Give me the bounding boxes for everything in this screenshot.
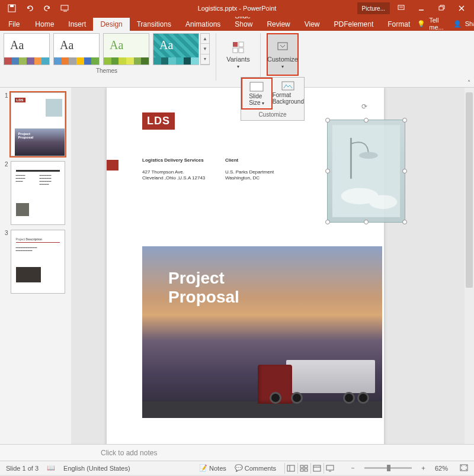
ribbon-tabs: File Home Insert Design Transitions Anim…	[0, 17, 474, 31]
share-button[interactable]: Share	[465, 20, 474, 27]
save-icon[interactable]	[7, 4, 17, 13]
resize-handle[interactable]	[325, 169, 330, 173]
resize-handle[interactable]	[325, 118, 330, 123]
zoom-level[interactable]: 62%	[435, 465, 448, 472]
customize-button[interactable]: Customize ▾	[267, 33, 299, 76]
title-bar: Logistics.pptx - PowerPoint Picture...	[0, 0, 474, 17]
ribbon-options-icon[interactable]	[392, 0, 410, 17]
start-from-beginning-icon[interactable]	[60, 4, 70, 13]
customize-label: Customize	[267, 56, 298, 63]
theme-tile-2[interactable]: Aa	[53, 33, 100, 65]
format-background-button[interactable]: FormatBackground	[273, 78, 304, 110]
thumb-num-1: 1	[5, 92, 8, 156]
zoom-in-icon[interactable]: ＋	[420, 464, 427, 472]
share-icon: 👤	[453, 20, 462, 28]
zoom-slider[interactable]	[364, 467, 412, 469]
address-line-1: 427 Thompson Ave.	[142, 169, 184, 175]
tab-pdfelement[interactable]: PDFelement	[327, 18, 381, 31]
resize-handle[interactable]	[364, 220, 369, 224]
tab-format[interactable]: Format	[380, 18, 417, 31]
theme-tile-4[interactable]: Aa	[153, 33, 199, 65]
language[interactable]: English (United States)	[63, 465, 130, 472]
minimize-icon[interactable]	[412, 0, 430, 17]
lightbulb-icon: 💡	[417, 20, 425, 28]
slide-size-label: SlideSize ▾	[249, 93, 264, 106]
tell-me[interactable]: Tell me...	[429, 17, 443, 31]
variants-button[interactable]: Variants ▾	[222, 33, 254, 76]
svg-rect-16	[287, 465, 294, 471]
workspace: 1 LDS ProjectProposal 2 ▬▬▬▬▬▬▬▬▬▬▬ ▬▬▬▬…	[0, 88, 474, 444]
tab-design[interactable]: Design	[93, 18, 129, 31]
tab-file[interactable]: File	[0, 18, 28, 31]
thumb-num-3: 3	[5, 230, 8, 294]
client-line-2: Washington, DC	[225, 175, 260, 181]
resize-handle[interactable]	[402, 220, 407, 224]
collapse-ribbon-icon[interactable]: ˄	[467, 79, 470, 86]
dropdown-group-label: Customize	[241, 110, 304, 120]
slide-canvas-area[interactable]: LDS Logistics Delivery Services 427 Thom…	[71, 88, 474, 444]
spellcheck-icon[interactable]: 📖	[47, 464, 55, 472]
truck-icon	[245, 345, 375, 404]
address-line-2: Cleveland ,Ohio ,U.S.A 12743	[142, 175, 205, 181]
themes-group-label: Themes	[4, 67, 210, 74]
svg-rect-5	[233, 42, 238, 47]
close-icon[interactable]	[453, 0, 470, 17]
quick-access-toolbar	[0, 0, 70, 17]
svg-rect-21	[313, 465, 321, 471]
reading-view-icon[interactable]	[310, 463, 324, 474]
client-label: Client	[225, 157, 238, 163]
normal-view-icon[interactable]	[284, 463, 297, 474]
svg-rect-1	[10, 5, 14, 7]
slide-thumbnail-3[interactable]: Project Description ▬▬▬▬▬▬▬▬▬▬▬▬▬▬▬▬	[11, 230, 65, 294]
tab-home[interactable]: Home	[28, 18, 61, 31]
comments-button[interactable]: 💬 Comments	[235, 464, 276, 472]
tab-view[interactable]: View	[297, 18, 327, 31]
rotate-handle-icon[interactable]: ⟳	[361, 102, 371, 112]
theme-tile-3[interactable]: Aa	[103, 33, 149, 65]
slide-thumbnail-2[interactable]: ▬▬▬▬▬▬▬▬▬▬▬ ▬▬▬▬▬▬▬▬▬▬▬▬▬▬▬▬▬▬▬	[11, 161, 65, 225]
slide-thumbnail-1[interactable]: LDS ProjectProposal	[11, 92, 65, 156]
hero-image: ProjectProposal	[142, 246, 382, 418]
sorter-view-icon[interactable]	[297, 463, 310, 474]
svg-point-13	[359, 152, 378, 159]
resize-handle[interactable]	[325, 220, 330, 224]
company-logo: LDS	[142, 112, 175, 130]
svg-point-15	[369, 195, 397, 209]
resize-handle[interactable]	[402, 118, 407, 123]
status-bar: Slide 1 of 3 📖 English (United States) 📝…	[0, 461, 474, 475]
undo-icon[interactable]	[25, 4, 34, 13]
customize-icon	[276, 40, 290, 54]
notes-button[interactable]: 📝 Notes	[199, 464, 226, 472]
theme-gallery[interactable]: Aa Aa Aa Aa	[4, 33, 199, 65]
slide-thumbnail-pane[interactable]: 1 LDS ProjectProposal 2 ▬▬▬▬▬▬▬▬▬▬▬ ▬▬▬▬…	[0, 88, 71, 444]
vertical-scrollbar[interactable]	[465, 88, 474, 444]
slideshow-view-icon[interactable]	[324, 463, 337, 474]
slide: LDS Logistics Delivery Services 427 Thom…	[107, 88, 384, 444]
contextual-tab-label[interactable]: Picture...	[357, 2, 390, 14]
notes-pane[interactable]: Click to add notes	[0, 444, 474, 461]
theme-scroll[interactable]: ▲▼▾	[200, 33, 210, 65]
resize-handle[interactable]	[402, 169, 407, 173]
svg-rect-22	[326, 465, 334, 470]
redo-icon[interactable]	[43, 4, 52, 13]
svg-rect-2	[61, 5, 68, 10]
slide-size-icon	[249, 81, 264, 93]
tab-animations[interactable]: Animations	[178, 18, 228, 31]
variants-label: Variants	[226, 56, 250, 63]
fit-to-window-icon[interactable]	[460, 464, 468, 472]
resize-handle[interactable]	[364, 118, 369, 123]
slide-count: Slide 1 of 3	[6, 465, 39, 472]
tab-insert[interactable]: Insert	[61, 18, 93, 31]
restore-icon[interactable]	[433, 0, 450, 17]
zoom-out-icon[interactable]: －	[350, 464, 356, 472]
tab-transitions[interactable]: Transitions	[130, 18, 178, 31]
company-name: Logistics Delivery Services	[142, 157, 204, 163]
slide-size-button[interactable]: SlideSize ▾	[241, 78, 273, 110]
window-title: Logistics.pptx - PowerPoint	[198, 5, 277, 12]
view-buttons	[284, 463, 337, 474]
interior-photo-icon	[328, 120, 405, 222]
selected-image[interactable]: ⟳	[327, 120, 405, 223]
tab-review[interactable]: Review	[260, 18, 297, 31]
theme-tile-1[interactable]: Aa	[4, 33, 50, 65]
themes-group: Aa Aa Aa Aa ▲▼▾ Themes	[4, 33, 210, 74]
